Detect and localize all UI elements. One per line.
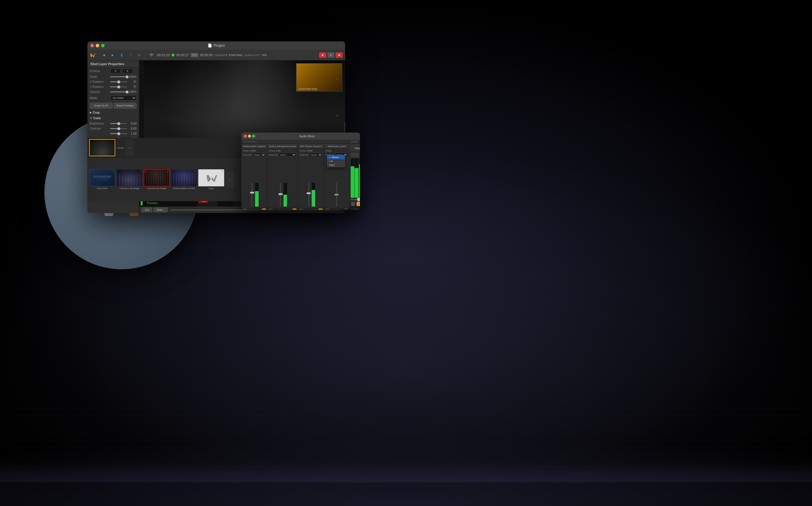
- master-fader-track[interactable]: [351, 199, 360, 200]
- stream-btn-gray[interactable]: ●: [327, 53, 334, 58]
- ch1-fader[interactable]: [250, 183, 254, 206]
- layer-2-selected-shot[interactable]: [89, 139, 115, 156]
- ch3-fader-thumb[interactable]: [307, 192, 311, 194]
- camera-back-center-item: ⚙ Camera-Back-Center: [171, 169, 197, 190]
- matte-select[interactable]: No Matte: [110, 95, 137, 101]
- ch4-fader[interactable]: [334, 183, 339, 206]
- matte-row: Matte No Matte: [87, 94, 139, 101]
- ch2-active-icon[interactable]: ⚡: [292, 208, 296, 209]
- camera-on-stage-thumbnail[interactable]: ⚙: [144, 169, 170, 186]
- opacity-slider[interactable]: [110, 91, 127, 92]
- ch2-channel-select[interactable]: Stereo: [279, 153, 297, 157]
- logo-thumbnail[interactable]: ⚙: [198, 169, 224, 186]
- stream-btn-red-2[interactable]: ■: [336, 53, 343, 58]
- wifi-icon: [149, 53, 154, 58]
- y-rotation-slider[interactable]: [110, 86, 127, 87]
- ch4-mute-icon[interactable]: 🔇: [325, 208, 329, 209]
- ch2-meter-bg: [283, 183, 287, 206]
- camera-on-stage-label: Camera-On-Stage: [144, 187, 170, 190]
- x-rotation-row: X Rotation 0°: [87, 79, 139, 84]
- preview-camera-label: Preview Camera: [351, 153, 358, 157]
- dropdown-left-option[interactable]: Left: [327, 159, 344, 163]
- position-x-input[interactable]: [110, 69, 121, 73]
- live-meter-L: [359, 158, 360, 198]
- dropdown-right-option[interactable]: Right: [327, 163, 344, 167]
- close-button[interactable]: [90, 44, 94, 47]
- master-headphone-icon[interactable]: 🎧: [351, 202, 355, 206]
- ch1-delay-value: 0.000: [250, 150, 256, 152]
- spotlight-effect: [216, 60, 305, 134]
- minimize-button[interactable]: [96, 44, 99, 47]
- fullscreen-button[interactable]: [101, 44, 105, 47]
- camera-back-center-thumbnail[interactable]: ⚙: [171, 169, 197, 186]
- ch1-meter-bg: [255, 183, 259, 206]
- channel-3-footer: 🔇 ⚡: [298, 208, 324, 209]
- brightness-slider[interactable]: [110, 123, 127, 124]
- ch4-inactive-icon[interactable]: ⚡: [344, 208, 348, 209]
- ch4-delay-row: Delay:: [325, 150, 348, 152]
- ch3-active-icon[interactable]: ⚡: [319, 208, 323, 209]
- camera-left-stage-thumbnail[interactable]: ⚙: [117, 169, 142, 186]
- ch2-fader-thumb[interactable]: [278, 193, 283, 195]
- scale-slider[interactable]: [110, 76, 127, 77]
- ch3-mute-icon[interactable]: 🔇: [299, 208, 303, 209]
- channel-1: Insten Audio Capture Delay: 0.000 Channe…: [242, 144, 268, 209]
- dropdown-stereo-option[interactable]: ✓ Stereo: [327, 155, 344, 159]
- share-btn[interactable]: 👤: [118, 52, 125, 58]
- scale-to-fit-button[interactable]: Scale To Fit: [90, 103, 113, 109]
- status-stream-indicator: [148, 53, 155, 58]
- channel-3-meter: [298, 158, 324, 208]
- add-shot-btn-2[interactable]: +: [125, 139, 134, 156]
- bookmark-btn[interactable]: ⌖: [127, 52, 134, 58]
- channel-4: WBStream_Input Delay: Channel: Stereo ✓ …: [324, 144, 350, 209]
- x-rotation-slider[interactable]: [110, 81, 127, 82]
- ch3-delay-value: 0.000: [307, 150, 313, 152]
- cut-button[interactable]: Cut: [142, 207, 152, 212]
- smooth-button[interactable]: Smo...: [153, 207, 168, 212]
- ch3-fader[interactable]: [307, 183, 311, 206]
- channel-3: Wirt Stream Sound II Delay: 0.000 Channe…: [298, 144, 324, 209]
- minus-btn[interactable]: ⊖: [136, 52, 143, 58]
- saturation-slider[interactable]: [110, 133, 127, 134]
- on-stage-gear-icon: ⚙: [167, 170, 168, 173]
- layer-1-row: ⚙ New Shot ⚙ Camera-Left-Stage: [87, 158, 245, 201]
- stream-btn-red-1[interactable]: ■: [319, 53, 326, 58]
- master-fader-row: [351, 199, 360, 200]
- mixer-fullscreen-btn[interactable]: [252, 135, 255, 138]
- ch3-meter-bg: [312, 183, 315, 206]
- ch4-fader-thumb[interactable]: [334, 194, 339, 195]
- channel-4-dropdown: ✓ Stereo Left Right: [327, 155, 345, 167]
- nav-back-btn[interactable]: ◀: [100, 52, 107, 58]
- master-fader-thumb[interactable]: [357, 198, 360, 201]
- live-meter-L-fill: [359, 164, 360, 198]
- mixer-sub-header: Live Sources Master: [242, 140, 360, 144]
- camera-on-stage-item: ⚙ Camera-On-Stage: [144, 169, 170, 190]
- cpu-display: System CPU: 15%: [245, 54, 267, 57]
- ch1-channel-select[interactable]: Stereo: [253, 153, 266, 157]
- ch3-meter-fill: [312, 190, 315, 206]
- master-speaker-icon[interactable]: 🔊: [357, 202, 360, 206]
- add-shot-btn-1[interactable]: +: [225, 171, 234, 188]
- traffic-lights: [90, 44, 105, 47]
- color-section-header[interactable]: ▼ Color: [87, 115, 139, 121]
- contrast-slider[interactable]: [110, 128, 127, 129]
- ch3-channel-select[interactable]: Stereo: [309, 153, 322, 157]
- mixer-minimize-btn[interactable]: [248, 135, 251, 138]
- new-shot-item: ⚙ New Shot: [89, 169, 115, 190]
- layer-2-label: –Stage: [117, 147, 124, 149]
- position-y-input[interactable]: [122, 69, 133, 73]
- toolbar-sep-2: [145, 52, 145, 58]
- new-shot-thumbnail[interactable]: ⚙: [89, 169, 115, 186]
- nav-forward-btn[interactable]: ▶: [109, 52, 116, 58]
- ch1-active-icon[interactable]: ⚡: [262, 208, 266, 209]
- ch2-mute-icon[interactable]: 🔇: [269, 208, 273, 209]
- reset-position-button[interactable]: Reset Position: [114, 103, 137, 109]
- crop-section-header[interactable]: ▶ Crop: [87, 110, 139, 115]
- live-dot: [145, 170, 147, 172]
- ch2-fader[interactable]: [278, 183, 283, 206]
- ch1-mute-icon[interactable]: 🔇: [243, 208, 247, 209]
- ch1-fader-thumb[interactable]: [250, 192, 254, 193]
- mixer-close-btn[interactable]: [244, 135, 247, 138]
- logo-item: ⚙ Logo: [198, 169, 224, 190]
- record-time: 00:00:27: [176, 53, 189, 57]
